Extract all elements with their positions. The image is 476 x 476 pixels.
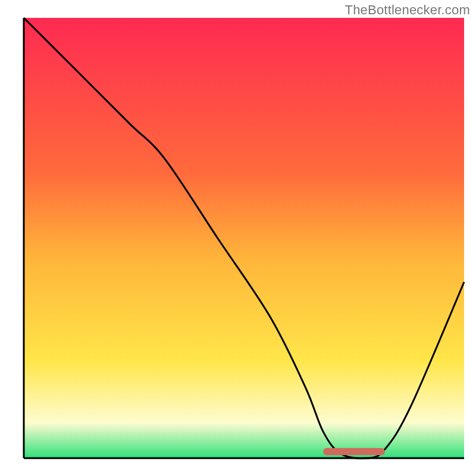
optimal-range-marker	[323, 448, 385, 455]
chart-container: TheBottlenecker.com	[0, 0, 476, 476]
bottleneck-chart	[0, 0, 476, 476]
